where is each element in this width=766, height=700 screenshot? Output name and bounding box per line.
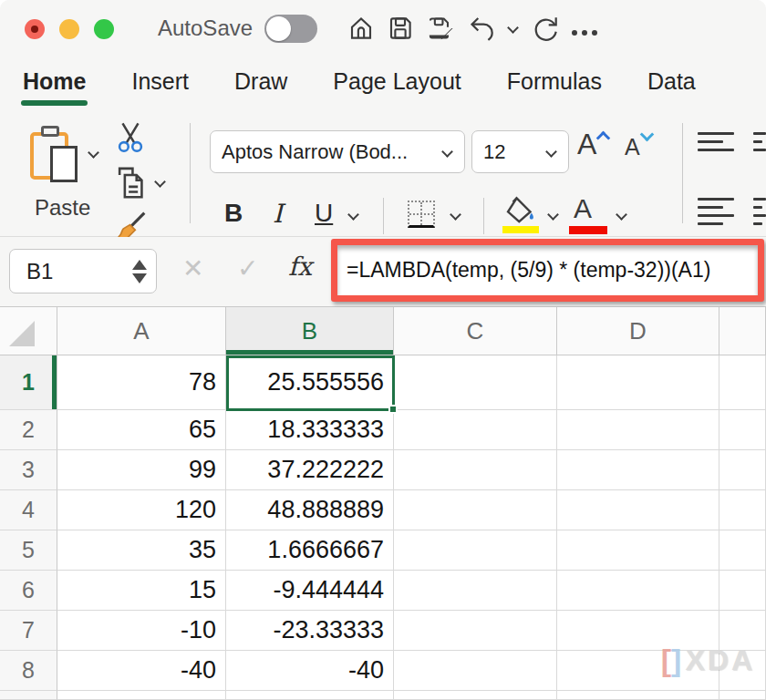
row-header-2[interactable]: 2 [0,410,57,450]
more-commands-icon[interactable] [572,21,597,36]
cell-b9-clipped[interactable] [226,691,394,700]
cell-d6[interactable] [557,571,719,611]
font-color-chevron-icon[interactable] [616,210,627,221]
tab-formulas[interactable]: Formulas [507,68,602,100]
borders-menu-chevron-icon[interactable] [450,210,461,221]
row-header-9-clipped[interactable] [0,691,57,700]
cell-e6[interactable] [719,571,766,611]
fill-color-button[interactable] [504,195,539,230]
row-header-7[interactable]: 7 [0,611,57,651]
cell-d3[interactable] [557,450,719,490]
align-middle-icon[interactable] [698,132,734,151]
cell-b3[interactable]: 37.222222 [226,450,394,490]
cell-d9-clipped[interactable] [557,691,719,700]
italic-button[interactable]: I [273,199,283,229]
cell-e1[interactable] [719,355,766,410]
cell-b5[interactable]: 1.6666667 [226,530,394,571]
cell-a3[interactable]: 99 [57,450,226,490]
cell-b2[interactable]: 18.333333 [226,410,394,450]
cell-b7[interactable]: -23.33333 [226,611,394,651]
align-left-icon[interactable] [698,198,734,225]
column-header-b[interactable]: B [226,307,394,355]
cell-c1[interactable] [394,355,557,410]
name-box-stepper[interactable] [132,260,147,283]
cell-a5[interactable]: 35 [57,530,226,571]
name-box[interactable]: B1 [9,249,157,293]
cell-a1[interactable]: 78 [57,355,226,410]
tab-draw[interactable]: Draw [234,68,287,100]
cell-a8[interactable]: -40 [57,651,226,691]
underline-menu-chevron-icon[interactable] [348,210,359,221]
copy-menu-chevron-icon[interactable] [155,177,166,188]
autosave-toggle[interactable] [264,15,317,43]
stepper-up-icon[interactable] [132,260,147,270]
font-size-select[interactable]: 12 [471,130,569,173]
cell-b8[interactable]: -40 [226,651,394,691]
undo-icon[interactable] [467,13,496,44]
cell-c2[interactable] [394,410,557,450]
formula-bar-input[interactable]: =LAMBDA(temp, (5/9) * (temp-32))(A1) [337,245,758,295]
row-header-6[interactable]: 6 [0,571,57,611]
row-header-3[interactable]: 3 [0,450,57,490]
fill-color-chevron-icon[interactable] [548,210,559,221]
stepper-down-icon[interactable] [132,273,147,283]
close-window-button[interactable] [25,19,45,39]
cell-e9-clipped[interactable] [719,691,766,700]
cancel-icon[interactable] [182,253,203,283]
cell-c6[interactable] [394,571,557,611]
underline-button[interactable]: U [315,199,333,228]
row-header-4[interactable]: 4 [0,490,57,530]
cell-c7[interactable] [394,611,557,651]
cell-d1[interactable] [557,355,719,410]
decrease-font-size-button[interactable]: A [625,129,651,159]
select-all-button[interactable] [0,307,57,355]
align-icon-clipped-2[interactable] [753,198,766,225]
cell-b4[interactable]: 48.888889 [226,490,394,530]
cell-c3[interactable] [394,450,557,490]
enter-icon[interactable] [237,253,258,283]
font-name-select[interactable]: Aptos Narrow (Bod... [210,130,465,173]
cell-b1[interactable]: 25.555556 [226,355,394,410]
cell-d2[interactable] [557,410,719,450]
cell-e5[interactable] [719,530,766,571]
tab-page-layout[interactable]: Page Layout [333,68,461,100]
cell-d5[interactable] [557,530,719,571]
font-color-button[interactable]: A [574,195,592,222]
redo-icon[interactable] [531,13,560,44]
tab-insert[interactable]: Insert [131,68,189,100]
save-icon[interactable] [387,14,414,43]
cell-e4[interactable] [719,490,766,530]
align-icon-clipped[interactable] [753,132,766,151]
cell-c9-clipped[interactable] [394,691,557,700]
row-header-8[interactable]: 8 [0,651,57,691]
tab-data[interactable]: Data [647,68,696,100]
paste-button[interactable] [30,126,81,186]
cell-a9-clipped[interactable] [57,691,226,700]
cell-c4[interactable] [394,490,557,530]
zoom-window-button[interactable] [94,19,114,39]
column-header-a[interactable]: A [57,307,226,355]
insert-function-button[interactable]: fx [288,252,312,282]
column-header-e-clipped[interactable] [719,307,766,355]
cut-button[interactable] [115,120,146,159]
cell-b6[interactable]: -9.444444 [226,571,394,611]
cell-a6[interactable]: 15 [57,571,226,611]
cell-e3[interactable] [719,450,766,490]
cell-a7[interactable]: -10 [57,611,226,651]
save-as-icon[interactable] [426,14,455,43]
undo-menu-chevron-icon[interactable] [508,23,519,34]
cell-c8[interactable] [394,651,557,691]
minimize-window-button[interactable] [59,19,79,39]
cell-a4[interactable]: 120 [57,490,226,530]
home-icon[interactable] [347,14,375,43]
tab-home[interactable]: Home [23,68,86,100]
cell-d4[interactable] [557,490,719,530]
column-header-c[interactable]: C [394,307,557,355]
bold-button[interactable]: B [224,199,243,228]
column-header-d[interactable]: D [557,307,719,355]
cell-c5[interactable] [394,530,557,571]
cell-a2[interactable]: 65 [57,410,226,450]
increase-font-size-button[interactable]: A [577,129,607,159]
borders-button[interactable] [408,201,435,228]
cell-e2[interactable] [719,410,766,450]
